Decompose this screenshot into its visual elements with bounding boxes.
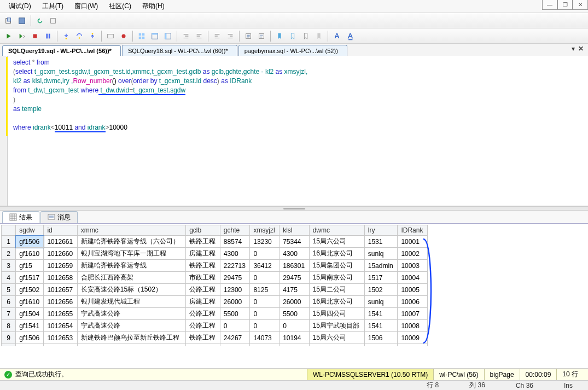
cell-id[interactable]: 1012654 (44, 320, 77, 332)
cell-gclb[interactable]: 铁路工程 (186, 236, 220, 248)
breakpoints-button[interactable] (118, 31, 129, 42)
table-row[interactable]: 8gf15411012654宁武高速公路公路工程00015局宁武项目部15411… (2, 320, 428, 332)
menu-window[interactable]: 窗口(W) (70, 1, 102, 12)
pause-button[interactable] (43, 31, 54, 42)
text-a-button[interactable]: A (331, 31, 342, 42)
cell-dwmc[interactable]: 15局宁武项目部 (309, 320, 364, 332)
tab-query19[interactable]: SQLQuery19.sql - WL-PC\...\wl (56))* (2, 45, 121, 56)
col-gclb[interactable]: gclb (186, 225, 220, 236)
col-klsl[interactable]: klsl (280, 225, 310, 236)
cell-lry[interactable]: 1531 (364, 236, 398, 248)
cell-IDRank[interactable]: 10004 (398, 272, 428, 284)
cell-xmmc[interactable]: 新建哈齐铁路客运专线（六公司） (77, 236, 185, 248)
step-over-button[interactable] (74, 31, 85, 42)
table-row[interactable]: 4gf15171012658合肥长江西路高架市政工程2947502947515局… (2, 272, 428, 284)
menu-debug[interactable]: 调试(D) (4, 1, 36, 12)
cell-gclb[interactable]: 房建工程 (186, 296, 220, 308)
cell-dwmc[interactable]: 16局北京公司 (309, 296, 364, 308)
cell-sgdw[interactable]: gf1506 (16, 332, 44, 344)
cell-dwmc[interactable]: 15局集团公司 (309, 260, 364, 272)
cell-klsl[interactable]: 0 (280, 320, 310, 332)
tabs-close-icon[interactable]: ✕ (578, 45, 584, 53)
cell-sgdw[interactable]: gf1506 (16, 236, 44, 248)
cell-sgdw[interactable]: gf1504 (16, 308, 44, 320)
align-button[interactable] (225, 31, 236, 42)
cell-gclb[interactable]: 铁路工程 (186, 332, 220, 344)
cell-id[interactable]: 1012652 (44, 344, 77, 347)
cell-xmmc[interactable]: 宁武高速公路 (77, 320, 185, 332)
cell-klsl[interactable]: 29475 (280, 272, 310, 284)
results-grid-wrap[interactable]: sgdwidxmmcgclbgchtexmsyjzlklsldwmclryIDR… (0, 224, 588, 346)
col-xmmc[interactable]: xmmc (77, 225, 185, 236)
col-IDRank[interactable]: IDRank (398, 225, 428, 236)
cell-gchte[interactable]: 0 (220, 320, 250, 332)
cell-gchte[interactable]: 24267 (220, 332, 250, 344)
cell-gclb[interactable]: 公路工程 (186, 308, 220, 320)
cell-klsl[interactable]: 186301 (280, 260, 310, 272)
cell-lry[interactable]: 1541 (364, 320, 398, 332)
table-row[interactable]: 3gf151012659新建哈齐铁路客运专线铁路工程22271336412186… (2, 260, 428, 272)
cell-dwmc[interactable]: 16局三公司 (309, 344, 364, 347)
cell-dwmc[interactable]: 15局二公司 (309, 284, 364, 296)
window-close-button[interactable]: ✕ (573, 0, 588, 10)
cell-gchte[interactable]: 5500 (220, 308, 250, 320)
text-a2-button[interactable]: A̲ (345, 31, 356, 42)
cell-IDRank[interactable]: 10008 (398, 320, 428, 332)
cell-IDRank[interactable]: 10002 (398, 248, 428, 260)
col-dwmc[interactable]: dwmc (309, 225, 364, 236)
menu-help[interactable]: 帮助(H) (138, 1, 169, 12)
cell-gchte[interactable]: 4300 (220, 248, 250, 260)
cell-gchte[interactable]: 88574 (220, 236, 250, 248)
cell-lry[interactable]: 1541 (364, 308, 398, 320)
bookmark-button[interactable] (274, 31, 285, 42)
col-xmsyjzl[interactable]: xmsyjzl (250, 225, 280, 236)
cell-klsl[interactable]: 26000 (280, 296, 310, 308)
cell-klsl[interactable]: 10194 (280, 332, 310, 344)
cell-klsl[interactable]: 5500 (280, 308, 310, 320)
toolbar-generic-button[interactable] (3, 15, 14, 26)
cell-dwmc[interactable]: 15局南京公司 (309, 272, 364, 284)
cell-xmsyjzl[interactable]: 36412 (250, 260, 280, 272)
cell-gclb[interactable]: 公路工程 (186, 284, 220, 296)
cell-lry[interactable]: 15admin (364, 260, 398, 272)
cell-id[interactable]: 1012660 (44, 248, 77, 260)
indent-button[interactable] (181, 31, 191, 42)
messages-tab[interactable]: 消息 (40, 211, 78, 223)
bookmark-next-button[interactable] (287, 31, 298, 42)
refresh-button[interactable] (34, 15, 45, 26)
comment-button[interactable] (243, 31, 254, 42)
outdent-button[interactable] (194, 31, 205, 42)
bookmark-prev-button[interactable] (313, 31, 324, 42)
window-max-button[interactable]: ❐ (557, 0, 573, 10)
cell-IDRank[interactable]: 10005 (398, 284, 428, 296)
step-into-button[interactable] (61, 31, 72, 42)
align-button[interactable] (212, 31, 223, 42)
cell-sgdw[interactable]: gf1517 (16, 272, 44, 284)
cell-id[interactable]: 1012659 (44, 260, 77, 272)
cell-gchte[interactable]: 26000 (220, 296, 250, 308)
cell-xmmc[interactable]: 银川宝湖湾地下车库一期工程 (77, 248, 185, 260)
cell-IDRank[interactable]: 10009 (398, 332, 428, 344)
cell-gchte[interactable]: 12300 (220, 284, 250, 296)
cell-sgdw[interactable]: gf1502 (16, 284, 44, 296)
run-button[interactable] (3, 31, 14, 42)
cell-klsl[interactable]: 4300 (280, 248, 310, 260)
cell-id[interactable]: 1012658 (44, 272, 77, 284)
cell-xmsyjzl[interactable]: 0 (250, 344, 280, 347)
cell-sgdw[interactable]: gf1603 (16, 344, 44, 347)
cell-xmsyjzl[interactable]: 14073 (250, 332, 280, 344)
cell-id[interactable]: 1012656 (44, 296, 77, 308)
cell-dwmc[interactable]: 15局六公司 (309, 332, 364, 344)
cell-IDRank[interactable]: 10001 (398, 236, 428, 248)
cell-xmsyjzl[interactable]: 8125 (250, 284, 280, 296)
cell-id[interactable]: 1012661 (44, 236, 77, 248)
cell-xmmc[interactable]: 长安高速公路15标（1502） (77, 284, 185, 296)
toolbar-generic-button[interactable] (48, 15, 59, 26)
cell-klsl[interactable]: 4175 (280, 284, 310, 296)
cell-xmmc[interactable]: 新建哈齐铁路客运专线 (77, 260, 185, 272)
stop-button[interactable] (30, 31, 40, 42)
cell-dwmc[interactable]: 15局六公司 (309, 236, 364, 248)
cell-gclb[interactable]: 公路工程 (186, 344, 220, 347)
cell-dwmc[interactable]: 16局北京公司 (309, 248, 364, 260)
cell-IDRank[interactable]: 10010 (398, 344, 428, 347)
